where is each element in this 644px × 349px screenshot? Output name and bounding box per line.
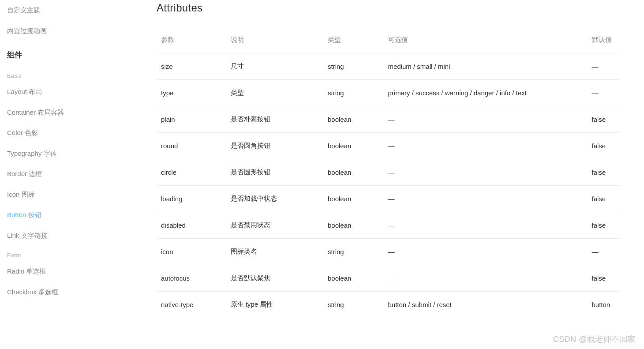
header-options: 可选值 xyxy=(384,30,588,53)
cell-desc: 是否加载中状态 xyxy=(226,186,324,212)
sidebar-item-link[interactable]: Link 文字链接 xyxy=(7,225,132,246)
cell-options: primary / success / warning / danger / i… xyxy=(384,80,588,106)
table-row: icon图标类名string—— xyxy=(157,239,620,265)
sidebar-item-border[interactable]: Border 边框 xyxy=(7,164,132,184)
cell-param: size xyxy=(157,53,226,80)
attributes-table: 参数 说明 类型 可选值 默认值 size尺寸stringmedium / sm… xyxy=(157,30,620,318)
cell-param: plain xyxy=(157,106,226,133)
cell-options: — xyxy=(384,265,588,292)
header-type: 类型 xyxy=(323,30,384,53)
cell-type: boolean xyxy=(323,265,384,292)
cell-default: — xyxy=(588,239,620,265)
sidebar-group-form: Form xyxy=(7,246,132,261)
sidebar-group-basic: Basic xyxy=(7,66,132,82)
cell-default: button xyxy=(588,292,620,318)
table-row: disabled是否禁用状态boolean—false xyxy=(157,212,620,239)
cell-default: false xyxy=(588,186,620,212)
sidebar-item-layout[interactable]: Layout 布局 xyxy=(7,82,132,102)
sidebar-item-radio[interactable]: Radio 单选框 xyxy=(7,261,132,282)
cell-param: autofocus xyxy=(157,265,226,292)
sidebar: 自定义主题 内置过渡动画 组件 Basic Layout 布局 Containe… xyxy=(0,0,132,349)
cell-param: native-type xyxy=(157,292,226,318)
sidebar-item-color[interactable]: Color 色彩 xyxy=(7,123,132,143)
cell-options: medium / small / mini xyxy=(384,53,588,80)
cell-options: — xyxy=(384,239,588,265)
cell-param: loading xyxy=(157,186,226,212)
cell-default: false xyxy=(588,212,620,239)
cell-desc: 是否朴素按钮 xyxy=(226,106,324,133)
table-row: size尺寸stringmedium / small / mini— xyxy=(157,53,620,80)
sidebar-item-transition[interactable]: 内置过渡动画 xyxy=(7,21,132,41)
cell-options: — xyxy=(384,106,588,133)
cell-param: disabled xyxy=(157,212,226,239)
header-desc: 说明 xyxy=(226,30,324,53)
cell-type: boolean xyxy=(323,212,384,239)
cell-type: string xyxy=(323,53,384,80)
cell-options: — xyxy=(384,186,588,212)
table-row: type类型stringprimary / success / warning … xyxy=(157,80,620,106)
section-title: Attributes xyxy=(157,2,620,14)
cell-type: string xyxy=(323,292,384,318)
cell-default: — xyxy=(588,53,620,80)
table-row: round是否圆角按钮boolean—false xyxy=(157,133,620,159)
header-param: 参数 xyxy=(157,30,226,53)
cell-default: false xyxy=(588,265,620,292)
cell-desc: 是否禁用状态 xyxy=(226,212,324,239)
cell-options: button / submit / reset xyxy=(384,292,588,318)
cell-desc: 尺寸 xyxy=(226,53,324,80)
cell-options: — xyxy=(384,159,588,186)
cell-param: circle xyxy=(157,159,226,186)
cell-desc: 是否默认聚焦 xyxy=(226,265,324,292)
cell-param: type xyxy=(157,80,226,106)
table-row: loading是否加载中状态boolean—false xyxy=(157,186,620,212)
table-row: autofocus是否默认聚焦boolean—false xyxy=(157,265,620,292)
header-default: 默认值 xyxy=(588,30,620,53)
cell-param: round xyxy=(157,133,226,159)
sidebar-heading-components: 组件 xyxy=(7,41,132,66)
cell-default: false xyxy=(588,106,620,133)
sidebar-item-icon[interactable]: Icon 图标 xyxy=(7,184,132,205)
cell-desc: 类型 xyxy=(226,80,324,106)
cell-default: false xyxy=(588,159,620,186)
sidebar-item-container[interactable]: Container 布局容器 xyxy=(7,102,132,123)
sidebar-item-button[interactable]: Button 按钮 xyxy=(7,205,132,225)
table-row: plain是否朴素按钮boolean—false xyxy=(157,106,620,133)
main-content: Attributes 参数 说明 类型 可选值 默认值 size尺寸string… xyxy=(132,0,644,349)
cell-default: — xyxy=(588,80,620,106)
table-header-row: 参数 说明 类型 可选值 默认值 xyxy=(157,30,620,53)
sidebar-item-typography[interactable]: Typography 字体 xyxy=(7,143,132,164)
table-row: circle是否圆形按钮boolean—false xyxy=(157,159,620,186)
cell-options: — xyxy=(384,212,588,239)
cell-default: false xyxy=(588,133,620,159)
cell-type: string xyxy=(323,239,384,265)
cell-type: string xyxy=(323,80,384,106)
sidebar-item-custom-theme[interactable]: 自定义主题 xyxy=(7,0,132,21)
cell-type: boolean xyxy=(323,133,384,159)
cell-options: — xyxy=(384,133,588,159)
cell-type: boolean xyxy=(323,106,384,133)
cell-desc: 是否圆形按钮 xyxy=(226,159,324,186)
cell-type: boolean xyxy=(323,159,384,186)
cell-desc: 图标类名 xyxy=(226,239,324,265)
cell-param: icon xyxy=(157,239,226,265)
cell-desc: 原生 type 属性 xyxy=(226,292,324,318)
cell-desc: 是否圆角按钮 xyxy=(226,133,324,159)
sidebar-item-checkbox[interactable]: Checkbox 多选框 xyxy=(7,282,132,303)
table-row: native-type原生 type 属性stringbutton / subm… xyxy=(157,292,620,318)
cell-type: boolean xyxy=(323,186,384,212)
